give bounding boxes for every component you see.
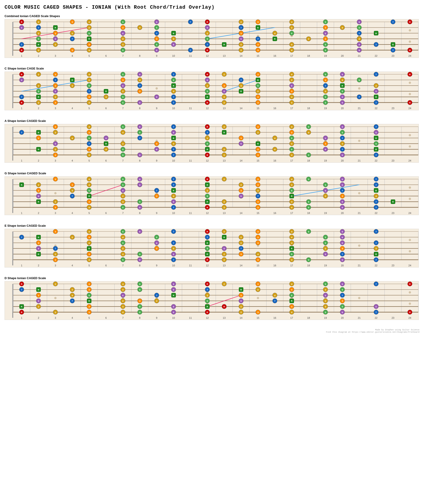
svg-text:5: 5 — [122, 96, 124, 98]
svg-text:6: 6 — [55, 38, 56, 40]
fret-num-9: 9 — [148, 159, 165, 162]
svg-text:4: 4 — [325, 289, 326, 291]
svg-text:R: R — [375, 148, 377, 151]
svg-text:5: 5 — [291, 32, 292, 35]
svg-text:5: 5 — [207, 38, 208, 40]
fret-num-11: 11 — [182, 107, 199, 110]
fret-num-14: 14 — [233, 107, 249, 110]
svg-text:R: R — [21, 283, 23, 285]
svg-text:7: 7 — [173, 230, 174, 233]
svg-text:5: 5 — [156, 44, 157, 46]
fret-num-5: 5 — [81, 107, 98, 110]
fret-num-12: 12 — [199, 317, 216, 319]
svg-text:R: R — [71, 79, 73, 81]
fret-num-15: 15 — [249, 264, 266, 267]
svg-text:7: 7 — [21, 131, 22, 134]
fret-num-24: 24 — [401, 317, 418, 319]
svg-text:4: 4 — [122, 236, 124, 239]
svg-text:6: 6 — [38, 300, 39, 302]
svg-text:3: 3 — [257, 283, 259, 285]
svg-text:4: 4 — [122, 201, 124, 203]
svg-text:3: 3 — [139, 300, 140, 302]
svg-text:3: 3 — [55, 206, 56, 209]
svg-text:4: 4 — [156, 300, 157, 302]
svg-text:4: 4 — [122, 253, 124, 255]
svg-text:3: 3 — [88, 201, 90, 203]
svg-text:R: R — [207, 253, 208, 255]
fret-num-18: 18 — [300, 212, 317, 214]
svg-point-267 — [358, 87, 360, 89]
svg-text:2: 2 — [224, 259, 225, 261]
fret-num-22: 22 — [368, 159, 384, 162]
svg-text:5: 5 — [375, 143, 377, 145]
fret-num-3: 3 — [47, 107, 64, 110]
fret-num-16: 16 — [266, 212, 283, 214]
svg-text:2: 2 — [55, 253, 56, 255]
fret-num-10: 10 — [165, 317, 182, 319]
svg-text:3: 3 — [241, 32, 242, 35]
svg-text:4: 4 — [375, 248, 377, 250]
svg-text:R: R — [173, 294, 174, 297]
svg-text:6: 6 — [139, 154, 140, 156]
svg-text:2: 2 — [325, 195, 326, 197]
svg-text:3: 3 — [257, 230, 259, 233]
svg-text:4: 4 — [291, 206, 292, 209]
svg-text:R: R — [224, 131, 225, 134]
svg-text:6: 6 — [139, 126, 140, 128]
svg-text:3: 3 — [88, 131, 90, 134]
svg-text:4: 4 — [375, 195, 377, 197]
fret-num-16: 16 — [266, 54, 283, 57]
fret-num-20: 20 — [334, 107, 351, 110]
fret-num-21: 21 — [351, 54, 368, 57]
fret-num-2: 2 — [30, 159, 47, 162]
svg-text:5: 5 — [308, 259, 309, 261]
svg-text:5: 5 — [207, 195, 208, 197]
svg-text:7: 7 — [173, 178, 174, 180]
svg-text:3: 3 — [257, 126, 259, 128]
svg-text:5: 5 — [122, 21, 124, 23]
svg-text:6: 6 — [173, 306, 174, 308]
fret-num-11: 11 — [182, 317, 199, 319]
svg-text:7: 7 — [72, 38, 73, 40]
svg-text:7: 7 — [156, 294, 157, 297]
svg-text:2: 2 — [38, 73, 39, 76]
fret-num-16: 16 — [266, 317, 283, 319]
svg-text:6: 6 — [207, 27, 208, 29]
title-c-shape: C Shape Ionian CAGE Scale — [5, 67, 419, 70]
svg-text:5: 5 — [207, 90, 208, 93]
svg-text:6: 6 — [375, 306, 377, 308]
fret-num-10: 10 — [165, 212, 182, 214]
svg-text:4: 4 — [291, 96, 292, 98]
svg-text:R: R — [375, 190, 377, 192]
fret-num-11: 11 — [182, 212, 199, 214]
svg-text:3: 3 — [156, 38, 157, 40]
fret-num-6: 6 — [98, 159, 114, 162]
svg-rect-460 — [5, 124, 419, 163]
svg-text:6: 6 — [38, 248, 39, 250]
svg-text:R: R — [207, 178, 208, 180]
svg-text:6: 6 — [173, 201, 174, 203]
fret-num-6: 6 — [98, 54, 114, 57]
fret-num-8: 8 — [131, 107, 148, 110]
svg-text:2: 2 — [291, 27, 292, 29]
svg-text:2: 2 — [257, 289, 259, 291]
svg-text:5: 5 — [342, 289, 343, 291]
svg-text:5: 5 — [291, 253, 292, 255]
svg-text:R: R — [21, 49, 23, 51]
svg-text:4: 4 — [72, 85, 73, 87]
fret-num-11: 11 — [182, 264, 199, 267]
svg-text:4: 4 — [291, 102, 292, 104]
svg-text:2: 2 — [207, 85, 208, 87]
fret-num-10: 10 — [165, 54, 182, 57]
svg-text:5: 5 — [139, 311, 140, 313]
svg-text:6: 6 — [207, 79, 208, 81]
svg-text:3: 3 — [38, 242, 39, 244]
svg-text:2: 2 — [38, 32, 39, 35]
svg-text:5: 5 — [342, 306, 343, 308]
fret-num-18: 18 — [300, 317, 317, 319]
svg-text:2: 2 — [224, 283, 225, 285]
svg-text:R: R — [207, 184, 208, 186]
svg-text:6: 6 — [342, 236, 343, 239]
fret-num-20: 20 — [334, 54, 351, 57]
svg-text:6: 6 — [156, 148, 157, 151]
